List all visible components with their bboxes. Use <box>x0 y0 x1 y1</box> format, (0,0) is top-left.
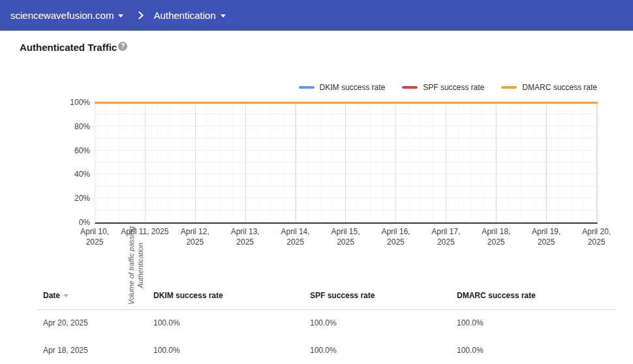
row-value-cell: 100.0% <box>457 318 484 327</box>
y-axis-tick-label: 0% <box>51 218 90 227</box>
y-axis-tick-label: 20% <box>51 194 90 203</box>
y-axis-tick-label: 40% <box>51 170 90 179</box>
table-header-dkim-success-rate: DKIM success rate <box>153 291 223 300</box>
section-selector[interactable]: Authentication <box>153 10 225 21</box>
domain-selector[interactable]: sciencewavefusion.com <box>10 10 123 21</box>
legend-swatch-icon <box>501 86 517 89</box>
legend-item-label: DKIM success rate <box>320 83 386 92</box>
y-axis-tick-label: 80% <box>51 122 90 131</box>
table-header-dmarc-success-rate: DMARC success rate <box>457 291 536 300</box>
legend-item-dkim: DKIM success rate <box>299 83 386 92</box>
page-title: Authenticated Traffic <box>20 42 117 53</box>
legend-item-label: DMARC success rate <box>522 83 597 92</box>
row-value-cell: 100.0% <box>153 346 180 355</box>
section-selector-label: Authentication <box>153 10 215 21</box>
y-axis-title: Volume of traffic passingAuthentication <box>127 197 145 334</box>
legend-swatch-icon <box>299 86 315 89</box>
x-axis-tick-label: April 20,2025 <box>564 226 629 247</box>
legend-item-label: SPF success rate <box>423 83 484 92</box>
chart-legend: DKIM success rateSPF success rateDMARC s… <box>299 83 597 92</box>
row-value-cell: 100.0% <box>310 318 337 327</box>
row-value-cell: 100.0% <box>153 318 180 327</box>
sort-descending-icon <box>63 294 69 297</box>
row-value-cell: 100.0% <box>310 346 337 355</box>
page-title-row: Authenticated Traffic ? <box>20 42 127 53</box>
legend-item-dmarc: DMARC success rate <box>501 83 597 92</box>
legend-swatch-icon <box>402 86 418 89</box>
chart-plot-area: Volume of traffic passingAuthentication <box>95 102 598 224</box>
chevron-right-icon <box>136 11 144 20</box>
table-header-spf-success-rate: SPF success rate <box>310 291 375 300</box>
domain-selector-label: sciencewavefusion.com <box>10 10 114 21</box>
table-header-divider <box>38 309 616 310</box>
row-date-cell: Apr 20, 2025 <box>43 318 88 327</box>
row-value-cell: 100.0% <box>457 346 484 355</box>
y-axis-tick-label: 100% <box>51 98 90 107</box>
chevron-down-icon <box>118 14 123 18</box>
legend-item-spf: SPF success rate <box>402 83 484 92</box>
row-date-cell: Apr 18, 2025 <box>43 346 88 355</box>
help-icon[interactable]: ? <box>118 42 127 51</box>
chevron-down-icon <box>221 14 226 18</box>
top-app-bar: sciencewavefusion.com Authentication <box>0 0 633 31</box>
dmarc-line-series <box>95 102 598 104</box>
y-axis-tick-label: 60% <box>51 146 90 155</box>
table-header-date[interactable]: Date <box>43 291 69 300</box>
